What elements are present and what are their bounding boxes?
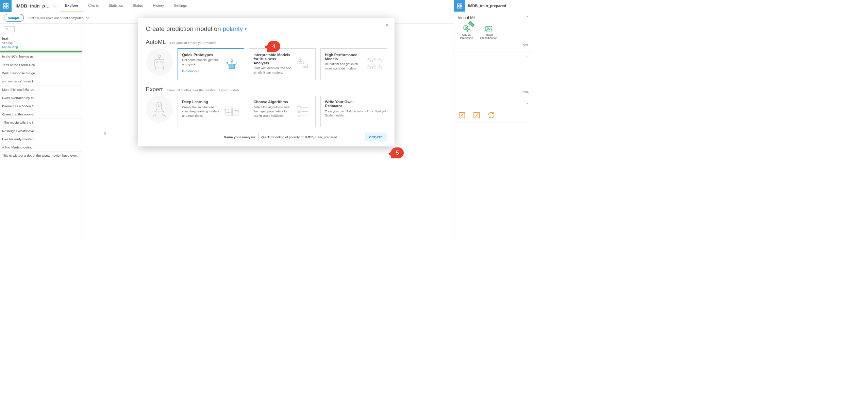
svg-rect-17: [155, 59, 164, 67]
card-desc: Get some models, generic and quick.: [182, 58, 220, 66]
rp-empty-text: t yet.: [458, 41, 529, 49]
data-row[interactable]: A fine Martino outing: [0, 143, 82, 152]
dataset-title[interactable]: IMDB_train_pre...: [12, 3, 53, 9]
card-title: Deep Learning: [182, 100, 220, 104]
edit-icon[interactable]: [458, 111, 466, 120]
tab-charts[interactable]: Charts: [83, 0, 104, 12]
svg-point-42: [374, 58, 374, 59]
column-header[interactable]: text string Natural lang.: [0, 35, 82, 51]
create-button[interactable]: CREATE: [365, 132, 387, 141]
data-row[interactable]: No laughs whatsoeve: [0, 127, 82, 135]
svg-point-48: [368, 65, 369, 65]
data-row[interactable]: I was overtaken by th: [0, 94, 82, 102]
robots-grid-icon: [366, 53, 383, 76]
target-variable-dropdown[interactable]: polarity▼: [223, 25, 248, 32]
card-interpretable-models[interactable]: Interpretable Models for Business Analys…: [249, 48, 316, 80]
tab-status[interactable]: Status: [128, 0, 148, 12]
caret-down-icon: ▼: [198, 70, 200, 72]
tab-settings[interactable]: Settings: [169, 0, 192, 12]
tab-statistics[interactable]: Statistics: [104, 0, 128, 12]
svg-rect-7: [460, 4, 462, 5]
card-choose-algorithms[interactable]: Choose Algorithms Select the algorithms …: [249, 96, 316, 127]
card-deep-learning[interactable]: Deep Learning Create the architecture of…: [178, 96, 245, 127]
card-desc: Create the architecture of your deep lea…: [182, 105, 220, 118]
close-icon[interactable]: ✕: [385, 22, 389, 27]
svg-point-37: [301, 61, 302, 62]
svg-rect-65: [298, 110, 300, 113]
svg-rect-53: [378, 66, 382, 69]
svg-rect-50: [373, 66, 376, 69]
svg-rect-9: [460, 6, 462, 8]
svg-rect-41: [373, 60, 376, 62]
chevron-up-icon[interactable]: ⌃: [526, 102, 529, 107]
card-title: Write Your Own Estimator: [325, 100, 361, 108]
svg-rect-6: [457, 4, 459, 5]
rp-tile-imageclass[interactable]: Image Classification: [480, 24, 498, 40]
sample-button[interactable]: Sample: [4, 14, 24, 22]
svg-rect-58: [229, 108, 231, 115]
svg-line-5: [8, 30, 9, 30]
data-row[interactable]: -The movie tells the t: [0, 118, 82, 127]
svg-line-61: [224, 109, 239, 111]
rp-tile-causal[interactable]: New Causal Prediction: [458, 24, 476, 40]
data-row[interactable]: Man, this was hilariou: [0, 85, 82, 94]
data-row[interactable]: Tess of the Storm Cou: [0, 61, 82, 69]
chevron-up-icon[interactable]: ⌃: [526, 56, 529, 60]
card-desc: Train your own Python or Scala models.: [325, 109, 361, 118]
edit-icon[interactable]: [472, 111, 481, 120]
svg-point-27: [231, 60, 233, 62]
data-rows: In the 60's, having as Tess of the Storm…: [0, 52, 82, 160]
data-row[interactable]: Given that this movie: [0, 110, 82, 118]
refresh-icon[interactable]: ⟲: [86, 16, 89, 20]
card-high-performance[interactable]: High Performance Models Be patient and g…: [320, 48, 387, 80]
expert-subheading: Have full control over the creation of y…: [167, 88, 240, 92]
info-icon[interactable]: i: [53, 4, 58, 9]
data-row[interactable]: In the 60's, having as: [0, 52, 82, 61]
svg-rect-8: [457, 6, 459, 8]
modal-title: Create prediction model on polarity▼: [146, 25, 387, 33]
tab-history[interactable]: History: [148, 0, 169, 12]
tab-explore[interactable]: Explore: [60, 0, 83, 12]
svg-point-11: [465, 27, 466, 28]
rp-empty-text: t yet.: [458, 60, 529, 95]
svg-point-21: [161, 62, 162, 63]
card-write-estimator[interactable]: Write Your Own Estimator Train your own …: [320, 96, 387, 127]
svg-rect-2: [3, 6, 5, 8]
data-row[interactable]: somewhere i'd read t: [0, 77, 82, 85]
chevron-up-icon[interactable]: ⌃: [526, 16, 529, 20]
automl-heading: AutoML: [146, 38, 166, 46]
card-desc: Start with decision tree and simple line…: [253, 66, 292, 75]
callout-4: 4: [267, 41, 280, 52]
svg-point-56: [158, 105, 161, 107]
rp-section-3: ⌃: [453, 99, 533, 123]
sample-info: First 10,000 rows out of not computed ⟲: [28, 16, 89, 20]
name-label: Name your analysis: [224, 135, 255, 139]
svg-point-45: [379, 58, 380, 59]
svg-point-35: [299, 61, 300, 62]
card-quick-prototypes[interactable]: Quick Prototypes Get some models, generi…: [178, 48, 245, 80]
right-panel-header: IMDB_train_prepared: [453, 0, 533, 12]
target-icon: New: [462, 24, 471, 33]
data-row[interactable]: Banned as a 'Video N: [0, 102, 82, 110]
svg-line-62: [224, 111, 239, 113]
image-icon: [484, 24, 494, 33]
rp-section-2: ⌃ t yet.: [453, 52, 533, 99]
data-row[interactable]: Like his early masterp: [0, 135, 82, 143]
minimize-icon[interactable]: —: [377, 22, 381, 27]
svg-line-29: [227, 63, 229, 65]
svg-rect-47: [367, 66, 371, 69]
callout-5: 5: [391, 147, 404, 158]
svg-line-30: [235, 63, 237, 65]
svg-point-31: [227, 62, 228, 63]
data-row[interactable]: This is without a doubt the worst movie …: [0, 152, 82, 160]
data-row[interactable]: Well, I suppose the go: [0, 69, 82, 77]
create-prediction-modal: — ✕ Create prediction model on polarity▼…: [138, 18, 395, 146]
engine-dropdown[interactable]: In-memory ▼: [182, 69, 200, 73]
svg-point-32: [236, 62, 237, 63]
svg-point-18: [158, 55, 161, 58]
svg-point-20: [156, 62, 158, 63]
data-column: text string Natural lang. In the 60's, h…: [0, 24, 82, 242]
search-input[interactable]: [4, 26, 15, 32]
sync-icon[interactable]: [487, 111, 496, 120]
analysis-name-input[interactable]: [258, 133, 361, 141]
